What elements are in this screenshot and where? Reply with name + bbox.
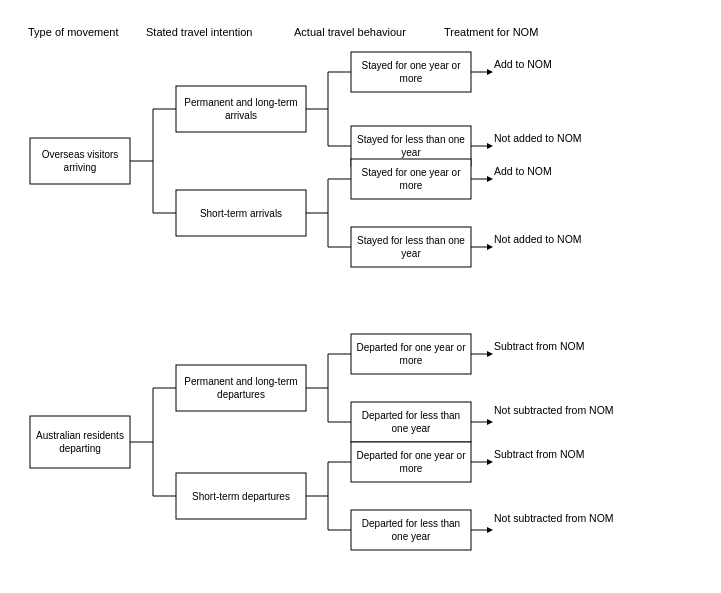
- l3-stayed-1yr-more-2-box: Stayed for one year or more: [351, 159, 471, 199]
- l3-stayed-1yr-more-1-box: Stayed for one year or more: [351, 52, 471, 92]
- l2-short-departures-box: Short-term departures: [176, 473, 306, 519]
- treatment-notsubtract-1: Not subtracted from NOM: [494, 404, 624, 416]
- l2-short-arrivals-box: Short-term arrivals: [176, 190, 306, 236]
- l2-perm-arrivals-box: Permanent and long-term arrivals: [176, 86, 306, 132]
- svg-marker-37: [487, 351, 493, 357]
- l2-perm-departures-box: Permanent and long-term departures: [176, 365, 306, 411]
- svg-marker-26: [487, 244, 493, 250]
- svg-marker-41: [487, 419, 493, 425]
- l3-stayed-less-1yr-2-box: Stayed for less than one year: [351, 227, 471, 267]
- l3-departed-1yr-more-1-box: Departed for one year or more: [351, 334, 471, 374]
- flow-diagram-svg: Overseas visitors arriving Permanent and…: [28, 48, 721, 593]
- treatment-add-2: Add to NOM: [494, 165, 604, 177]
- header-col3: Actual travel behaviour: [284, 26, 434, 38]
- treatment-subtract-2: Subtract from NOM: [494, 448, 624, 460]
- l1-overseas-box: Overseas visitors arriving: [30, 138, 130, 184]
- l3-departed-1yr-more-2-box: Departed for one year or more: [351, 442, 471, 482]
- l3-departed-less-1yr-2-box: Departed for less than one year: [351, 510, 471, 550]
- treatment-subtract-1: Subtract from NOM: [494, 340, 624, 352]
- l3-departed-less-1yr-1-box: Departed for less than one year: [351, 402, 471, 442]
- column-headers: Type of movement Stated travel intention…: [28, 26, 721, 38]
- svg-marker-14: [487, 143, 493, 149]
- diagram-wrapper: Type of movement Stated travel intention…: [16, 16, 721, 593]
- header-col2: Stated travel intention: [136, 26, 284, 38]
- treatment-add-1: Add to NOM: [494, 58, 604, 70]
- svg-marker-22: [487, 176, 493, 182]
- svg-marker-53: [487, 527, 493, 533]
- l1-aus-residents-box: Australian residents departing: [30, 416, 130, 468]
- header-col4: Treatment for NOM: [434, 26, 584, 38]
- svg-marker-49: [487, 459, 493, 465]
- treatment-notadd-2: Not added to NOM: [494, 233, 614, 245]
- svg-marker-10: [487, 69, 493, 75]
- treatment-notsubtract-2: Not subtracted from NOM: [494, 512, 624, 524]
- treatment-notadd-1: Not added to NOM: [494, 132, 614, 144]
- header-col1: Type of movement: [28, 26, 136, 38]
